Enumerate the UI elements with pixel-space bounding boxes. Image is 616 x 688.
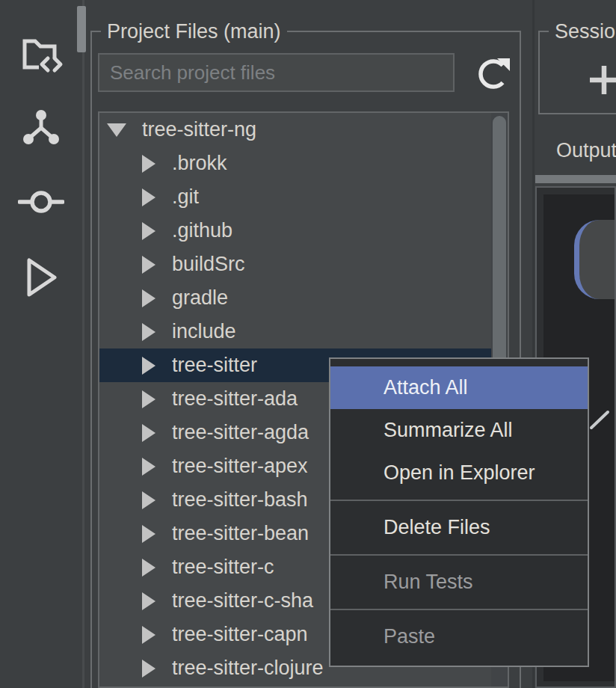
- tree-item-label: tree-sitter-agda: [172, 421, 309, 444]
- tree-item-label: tree-sitter-c: [172, 556, 274, 579]
- tree-item-label: .github: [172, 219, 232, 242]
- branch-graph-icon[interactable]: [0, 109, 82, 145]
- tree-item-label: gradle: [172, 286, 228, 310]
- expand-arrow-icon[interactable]: [142, 222, 155, 240]
- tree-item-label: tree-sitter-bash: [172, 488, 308, 512]
- session-title: Session: [549, 20, 616, 43]
- expand-arrow-icon[interactable]: [142, 155, 155, 173]
- output-title: Output: [556, 139, 616, 162]
- tree-item-label: tree-sitter-apex: [172, 455, 308, 478]
- menu-item[interactable]: Summarize All: [330, 409, 588, 452]
- new-session-plus-icon[interactable]: [588, 64, 616, 96]
- expand-arrow-icon[interactable]: [142, 188, 155, 206]
- tree-item-label: tree-sitter: [172, 354, 257, 377]
- git-commit-icon[interactable]: [0, 187, 82, 217]
- expand-arrow-icon[interactable]: [142, 289, 155, 307]
- sidebar-splitter-grip[interactable]: [77, 6, 86, 52]
- tree-row[interactable]: include: [99, 315, 491, 348]
- tree-item-label: buildSrc: [172, 253, 245, 276]
- collapse-arrow-icon[interactable]: [107, 123, 126, 137]
- tree-item-label: .brokk: [172, 152, 227, 175]
- tree-item-label: tree-sitter-ng: [142, 118, 256, 141]
- tree-item-label: tree-sitter-bean: [172, 522, 309, 545]
- expand-arrow-icon[interactable]: [142, 357, 155, 375]
- menu-separator: [330, 554, 588, 556]
- session-bubble: [574, 220, 616, 299]
- menu-separator: [330, 500, 588, 501]
- menu-item: Paste: [330, 615, 588, 658]
- project-files-title: Project Files (main): [101, 20, 287, 43]
- refresh-icon[interactable]: [476, 55, 512, 90]
- app-window: { "colors": { "menu_highlight": "#5b70ae…: [0, 0, 616, 688]
- tree-row[interactable]: .git: [99, 180, 491, 214]
- menu-item[interactable]: Delete Files: [330, 506, 588, 549]
- sidebar-divider: [82, 0, 84, 688]
- menu-item[interactable]: Open in Explorer: [330, 452, 588, 494]
- expand-arrow-icon[interactable]: [142, 626, 155, 644]
- tree-row[interactable]: gradle: [99, 281, 491, 315]
- project-files-icon[interactable]: [0, 30, 82, 78]
- expand-arrow-icon[interactable]: [142, 424, 155, 442]
- tree-item-label: tree-sitter-c-sha: [172, 589, 313, 612]
- expand-arrow-icon[interactable]: [142, 660, 155, 678]
- tree-item-label: tree-sitter-clojure: [172, 657, 324, 680]
- tree-item-label: tree-sitter-capn: [172, 623, 308, 646]
- expand-arrow-icon[interactable]: [142, 491, 155, 509]
- expand-arrow-icon[interactable]: [142, 256, 155, 274]
- menu-item[interactable]: Attach All: [330, 366, 588, 409]
- expand-arrow-icon[interactable]: [142, 592, 155, 610]
- menu-item: Run Tests: [330, 561, 588, 603]
- run-icon[interactable]: [0, 256, 82, 299]
- expand-arrow-icon[interactable]: [142, 323, 155, 341]
- output-splitter-grip[interactable]: [535, 175, 616, 183]
- check-icon: [588, 410, 611, 431]
- tree-row[interactable]: .github: [99, 214, 491, 248]
- search-input[interactable]: [98, 53, 455, 92]
- tree-row[interactable]: tree-sitter-ng: [99, 113, 491, 147]
- tree-item-label: .git: [172, 185, 199, 209]
- tree-item-label: tree-sitter-ada: [172, 387, 298, 411]
- tree-row[interactable]: .brokk: [99, 147, 491, 180]
- tree-row[interactable]: buildSrc: [99, 248, 491, 281]
- menu-separator: [330, 609, 588, 610]
- expand-arrow-icon[interactable]: [142, 458, 155, 476]
- expand-arrow-icon[interactable]: [142, 525, 155, 543]
- context-menu: Attach AllSummarize AllOpen in ExplorerD…: [329, 357, 589, 667]
- expand-arrow-icon[interactable]: [142, 390, 155, 408]
- expand-arrow-icon[interactable]: [142, 559, 155, 577]
- tree-item-label: include: [172, 320, 236, 343]
